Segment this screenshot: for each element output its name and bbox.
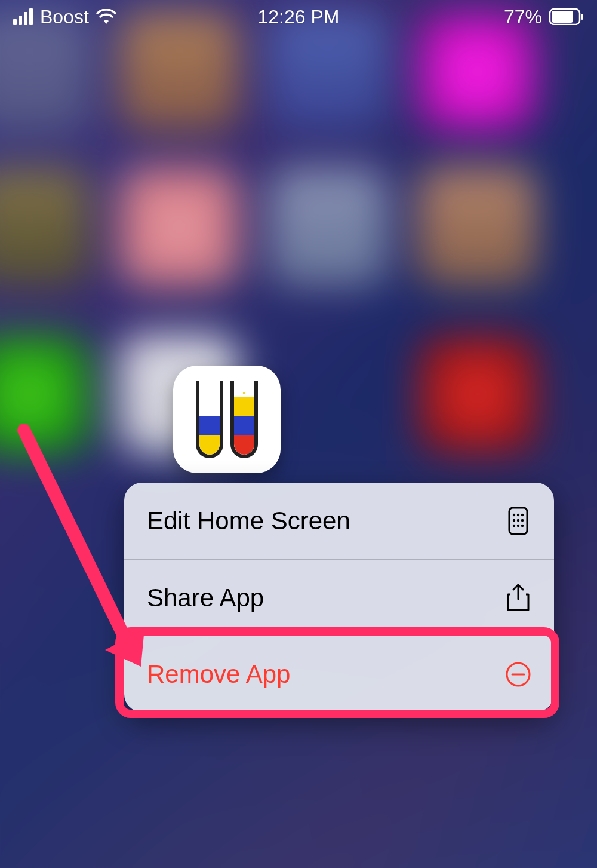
app-context-menu: Edit Home Screen Share App [124,483,554,712]
blurred-wallpaper [0,0,597,868]
wifi-icon [96,9,116,24]
svg-point-10 [513,525,515,527]
menu-item-label: Remove App [147,660,290,689]
carrier-label: Boost [40,6,89,28]
clock: 12:26 PM [258,6,340,28]
svg-point-8 [517,519,519,522]
battery-icon [549,8,584,25]
svg-point-9 [521,519,524,522]
svg-point-12 [521,525,524,527]
ios-home-screen-context: Boost 12:26 PM 77% [0,0,597,868]
remove-icon [505,661,531,688]
battery-percent: 77% [504,6,542,28]
focused-app-icon[interactable] [173,366,281,473]
svg-rect-2 [581,14,583,20]
svg-rect-1 [552,11,573,23]
menu-item-label: Edit Home Screen [147,507,350,535]
home-screen-icon [505,508,531,534]
menu-item-label: Share App [147,584,264,612]
svg-point-6 [521,514,524,516]
svg-point-7 [513,519,515,522]
cellular-signal-icon [13,8,33,25]
svg-point-5 [517,514,519,516]
menu-item-edit-home-screen[interactable]: Edit Home Screen [124,483,554,559]
status-bar: Boost 12:26 PM 77% [0,0,597,33]
svg-point-11 [517,525,519,527]
app-icon-art [230,381,258,458]
svg-point-4 [513,514,515,516]
menu-item-remove-app[interactable]: Remove App [124,636,554,712]
share-icon [505,585,531,611]
menu-item-share-app[interactable]: Share App [124,559,554,636]
app-icon-art [196,381,223,458]
